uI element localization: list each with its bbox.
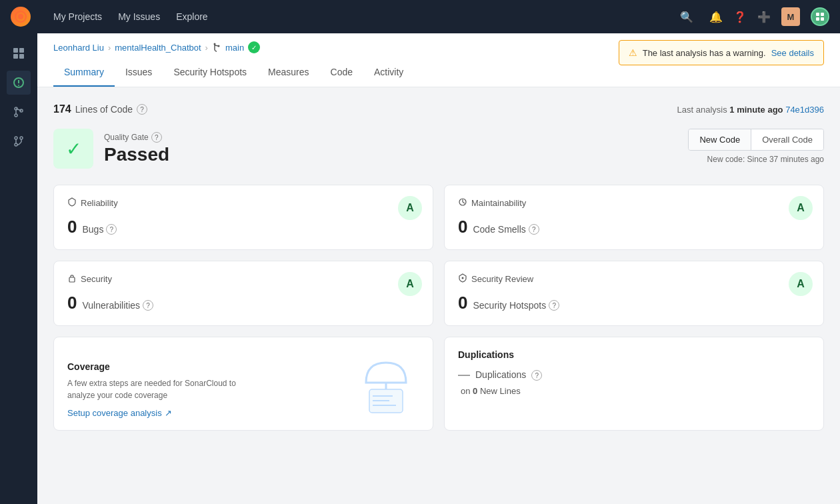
quality-gate-section: ✓ Quality Gate ? Passed New Code Overall… bbox=[53, 129, 824, 169]
svg-rect-2 bbox=[816, 13, 819, 16]
svg-rect-3 bbox=[821, 13, 824, 16]
breadcrumb-sep-2: › bbox=[205, 43, 208, 53]
code-toggle: New Code Overall Code New code: Since 37… bbox=[688, 129, 824, 164]
notifications-icon[interactable]: 🔔 bbox=[709, 11, 723, 23]
reliability-value: 0 Bugs ? bbox=[67, 217, 419, 237]
code-smells-help-icon[interactable]: ? bbox=[529, 224, 539, 235]
sidebar-item-dashboard[interactable] bbox=[7, 41, 31, 65]
tab-issues[interactable]: Issues bbox=[115, 59, 163, 87]
duplications-value: — Duplications ? bbox=[458, 368, 810, 382]
security-review-card: Security Review A 0 Security Hotspots ? bbox=[444, 261, 824, 326]
tab-code[interactable]: Code bbox=[320, 59, 363, 87]
last-analysis: Last analysis 1 minute ago 74e1d396 bbox=[677, 105, 824, 115]
lines-label: Lines of Code bbox=[75, 104, 133, 115]
overall-code-button[interactable]: Overall Code bbox=[751, 129, 823, 150]
qg-help-icon[interactable]: ? bbox=[151, 132, 162, 143]
coverage-illustration bbox=[353, 349, 419, 418]
sidebar-item-pullrequests[interactable] bbox=[7, 129, 31, 153]
security-card: Security A 0 Vulnerabilities ? bbox=[53, 261, 433, 326]
svg-rect-7 bbox=[19, 48, 24, 53]
tab-activity[interactable]: Activity bbox=[363, 59, 414, 87]
quality-gate-left: ✓ Quality Gate ? Passed bbox=[53, 129, 169, 169]
lines-of-code: 174 Lines of Code ? bbox=[53, 103, 147, 115]
add-icon[interactable]: ➕ bbox=[757, 11, 771, 23]
warning-link[interactable]: See details bbox=[771, 48, 814, 58]
security-review-number: 0 bbox=[458, 293, 467, 313]
maintainability-value: 0 Code Smells ? bbox=[458, 217, 810, 237]
header-bar: Leonhard Liu › mentalHealth_Chatbot › ma… bbox=[37, 33, 840, 87]
nav-links: My Projects My Issues Explore bbox=[47, 7, 664, 26]
tab-summary[interactable]: Summary bbox=[53, 59, 115, 87]
security-title: Security bbox=[81, 274, 112, 284]
nav-explore[interactable]: Explore bbox=[169, 7, 214, 26]
nav-my-issues[interactable]: My Issues bbox=[111, 7, 167, 26]
search-icon[interactable]: 🔍 bbox=[680, 11, 693, 23]
security-review-label: Security Hotspots ? bbox=[473, 300, 559, 311]
reliability-grade: A bbox=[398, 196, 422, 220]
reliability-icon bbox=[67, 197, 77, 209]
commit-link[interactable]: 74e1d396 bbox=[785, 105, 824, 115]
security-grade: A bbox=[398, 272, 422, 296]
svg-point-25 bbox=[213, 43, 215, 45]
svg-line-27 bbox=[215, 45, 219, 46]
breadcrumb-branch[interactable]: main bbox=[225, 43, 244, 53]
sidebar-item-branches[interactable] bbox=[7, 100, 31, 124]
branch-icon bbox=[212, 43, 221, 52]
sidebar bbox=[0, 33, 37, 504]
reliability-title: Reliability bbox=[81, 198, 118, 208]
sidebar-item-issues[interactable] bbox=[7, 71, 31, 95]
tab-security-hotspots[interactable]: Security Hotspots bbox=[163, 59, 257, 87]
svg-rect-29 bbox=[69, 277, 75, 282]
coverage-setup-link[interactable]: Setup coverage analysis ↗ bbox=[67, 408, 254, 418]
maintainability-icon bbox=[458, 197, 467, 209]
vuln-help-icon[interactable]: ? bbox=[143, 300, 153, 311]
org-icon[interactable] bbox=[811, 7, 829, 26]
security-review-grade: A bbox=[789, 272, 813, 296]
security-review-icon bbox=[458, 273, 467, 285]
security-review-value: 0 Security Hotspots ? bbox=[458, 293, 810, 313]
svg-point-12 bbox=[18, 85, 19, 86]
maintainability-title: Maintainability bbox=[471, 198, 526, 208]
security-icon bbox=[67, 273, 77, 285]
lines-count: 174 bbox=[53, 103, 71, 115]
nav-my-projects[interactable]: My Projects bbox=[47, 7, 109, 26]
tab-measures[interactable]: Measures bbox=[257, 59, 319, 87]
svg-point-14 bbox=[15, 114, 17, 117]
lines-help-icon[interactable]: ? bbox=[137, 104, 147, 115]
hotspots-help-icon[interactable]: ? bbox=[549, 300, 559, 311]
main-content: Leonhard Liu › mentalHealth_Chatbot › ma… bbox=[37, 33, 840, 504]
new-code-info: New code: Since 37 minutes ago bbox=[707, 155, 824, 164]
reliability-card: Reliability A 0 Bugs ? bbox=[53, 185, 433, 250]
maintainability-grade: A bbox=[789, 196, 813, 220]
quality-gate-status: Passed bbox=[104, 144, 169, 165]
security-review-title: Security Review bbox=[471, 274, 533, 284]
svg-rect-8 bbox=[13, 54, 18, 59]
quality-gate-info: Quality Gate ? Passed bbox=[104, 132, 169, 165]
new-code-button[interactable]: New Code bbox=[689, 129, 751, 150]
svg-point-1 bbox=[18, 14, 23, 19]
maintainability-number: 0 bbox=[458, 217, 467, 237]
avatar[interactable]: M bbox=[781, 7, 800, 26]
warning-icon: ⚠ bbox=[629, 47, 637, 58]
reliability-header: Reliability bbox=[67, 197, 419, 209]
content-area: 174 Lines of Code ? Last analysis 1 minu… bbox=[37, 87, 840, 447]
breadcrumb-project[interactable]: mentalHealth_Chatbot bbox=[115, 43, 201, 53]
security-header: Security bbox=[67, 273, 419, 285]
help-icon[interactable]: ❓ bbox=[733, 11, 747, 23]
quality-gate-badge: ✓ bbox=[53, 129, 93, 169]
maintainability-label: Code Smells ? bbox=[473, 224, 539, 235]
quality-gate-label: Quality Gate ? bbox=[104, 132, 169, 143]
dup-help-icon[interactable]: ? bbox=[531, 370, 542, 381]
sonarcloud-logo[interactable] bbox=[11, 7, 31, 27]
maintainability-card: Maintainability A 0 Code Smells ? bbox=[444, 185, 824, 250]
svg-point-18 bbox=[15, 137, 17, 139]
security-label: Vulnerabilities ? bbox=[82, 300, 153, 311]
breadcrumb-user[interactable]: Leonhard Liu bbox=[53, 43, 104, 53]
coverage-card: Coverage A few extra steps are needed fo… bbox=[53, 337, 433, 431]
svg-rect-4 bbox=[816, 17, 819, 21]
bugs-help-icon[interactable]: ? bbox=[106, 224, 117, 235]
metric-cards-grid: Reliability A 0 Bugs ? bbox=[53, 185, 824, 326]
security-review-header: Security Review bbox=[458, 273, 810, 285]
branch-status-badge: ✓ bbox=[248, 41, 260, 53]
coverage-title: Coverage bbox=[67, 361, 254, 372]
